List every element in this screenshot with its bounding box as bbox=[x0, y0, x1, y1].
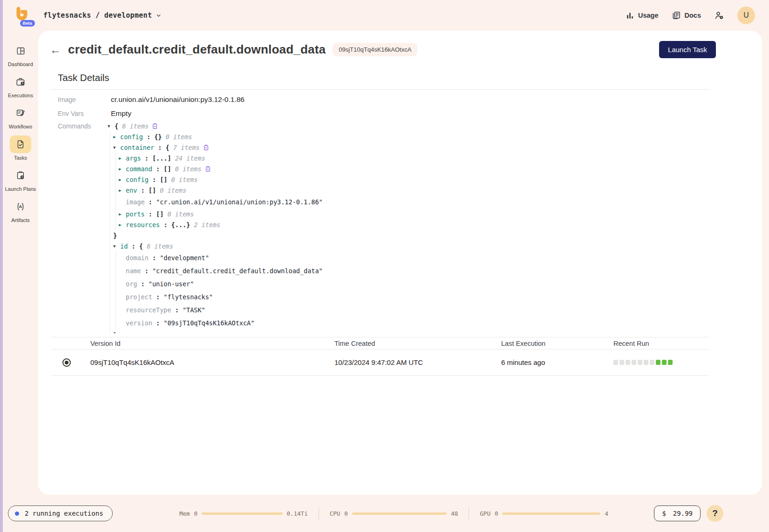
tree-indent-guide bbox=[108, 330, 113, 333]
run-status-square-empty[interactable] bbox=[632, 360, 636, 365]
mem-gauge-label: Mem bbox=[179, 510, 190, 517]
running-executions-pill[interactable]: 2 running executions bbox=[8, 505, 113, 521]
run-status-square-empty[interactable] bbox=[626, 360, 630, 365]
tree-indent-guide bbox=[113, 251, 119, 264]
tree-expand-arrow-icon[interactable]: ▶ bbox=[119, 188, 126, 193]
workflows-icon bbox=[10, 104, 31, 122]
run-status-square-empty[interactable] bbox=[619, 360, 624, 365]
version-radio-selected[interactable] bbox=[62, 358, 71, 367]
avatar[interactable]: U bbox=[737, 7, 755, 24]
tree-indent-guide bbox=[108, 241, 113, 251]
tree-key: config bbox=[120, 133, 143, 141]
resource-gauges: Mem 0 0.14Ti CPU 0 48 GPU 0 4 bbox=[179, 495, 608, 532]
tree-key: args bbox=[126, 155, 141, 162]
tree-collapse-arrow-icon[interactable]: ▼ bbox=[113, 145, 120, 150]
json-tree-line: ▶config : {} 0 items bbox=[108, 131, 709, 142]
sidebar-item-tasks[interactable]: Tasks bbox=[4, 135, 37, 161]
tree-item-count: 0 items bbox=[167, 176, 197, 183]
tree-item-count: 6 items bbox=[118, 122, 149, 130]
json-tree-line: ▶config : [] 0 items bbox=[108, 174, 709, 185]
copy-icon[interactable] bbox=[203, 144, 209, 151]
tree-expand-arrow-icon[interactable]: ▶ bbox=[113, 135, 120, 139]
mem-gauge-current: 0 bbox=[194, 510, 198, 517]
docs-link[interactable]: Docs bbox=[672, 11, 701, 20]
tree-expand-arrow-icon[interactable]: ▶ bbox=[119, 222, 126, 227]
tree-indent-guide bbox=[113, 277, 119, 290]
tree-key: config bbox=[126, 176, 149, 183]
commands-label: Commands bbox=[51, 121, 111, 130]
tree-expand-arrow-icon[interactable]: ▶ bbox=[119, 212, 126, 216]
tree-expand-arrow-icon[interactable]: ▶ bbox=[119, 156, 126, 161]
user-settings-button[interactable] bbox=[714, 10, 724, 20]
cell-time-created: 10/23/2024 9:47:02 AM UTC bbox=[334, 358, 501, 366]
tree-value: "union-user" bbox=[149, 280, 194, 288]
docs-icon bbox=[672, 11, 681, 20]
cpu-gauge-current: 0 bbox=[344, 510, 348, 517]
cell-last-execution: 6 minutes ago bbox=[501, 358, 613, 366]
json-tree-line: } bbox=[108, 230, 709, 241]
run-status-square-success[interactable] bbox=[656, 360, 660, 365]
env-vars-value: Empty bbox=[111, 109, 131, 118]
run-status-square-empty[interactable] bbox=[638, 360, 642, 365]
tree-key: image bbox=[126, 198, 145, 206]
sidebar-item-label: Launch Plans bbox=[5, 186, 36, 192]
tree-collapse-arrow-icon[interactable]: ▼ bbox=[113, 244, 120, 249]
run-status-square-empty[interactable] bbox=[644, 360, 648, 365]
tree-key: id bbox=[120, 242, 128, 250]
tree-indent-guide bbox=[113, 153, 119, 163]
json-tree-line: resourceType : "TASK" bbox=[108, 303, 709, 317]
commands-row: Commands ▼{ 6 items▶config : {} 0 items▼… bbox=[51, 121, 709, 333]
tree-indent-guide bbox=[108, 290, 113, 303]
image-label: Image bbox=[51, 96, 111, 103]
usage-link[interactable]: Usage bbox=[626, 11, 659, 20]
gpu-gauge-bar bbox=[502, 512, 600, 515]
json-tree-line: version : "09sjT10qTq4sK16kAOtxcA" bbox=[108, 317, 709, 330]
tree-bracket: { bbox=[139, 242, 143, 250]
tree-indent-guide bbox=[108, 142, 113, 153]
launch-plans-icon bbox=[10, 167, 31, 184]
tree-bracket: [] bbox=[160, 176, 167, 183]
launch-task-button[interactable]: Launch Task bbox=[659, 41, 716, 58]
run-status-square-empty[interactable] bbox=[613, 360, 618, 365]
copy-icon[interactable] bbox=[152, 123, 158, 129]
copy-icon[interactable] bbox=[205, 166, 211, 172]
gpu-gauge: GPU 0 4 bbox=[480, 510, 608, 517]
run-status-square-empty[interactable] bbox=[650, 360, 654, 365]
tasks-icon bbox=[10, 135, 31, 153]
top-bar: Beta flytesnacks / development Usage Doc… bbox=[3, 0, 769, 31]
version-badge: 09sjT10qTq4sK16kAOtxcA bbox=[333, 43, 417, 56]
tree-key: domain bbox=[126, 254, 149, 262]
tree-expand-arrow-icon[interactable]: ▶ bbox=[119, 167, 126, 171]
sidebar-item-launch-plans[interactable]: Launch Plans bbox=[4, 167, 37, 192]
json-tree-line: name : "credit_default.credit_default.do… bbox=[108, 264, 709, 277]
image-row: Image cr.union.ai/v1/unionai/union:py3.1… bbox=[51, 93, 709, 107]
run-status-square-success[interactable] bbox=[668, 360, 673, 365]
json-tree-line: ▶ports : [] 0 items bbox=[108, 209, 709, 219]
run-status-square-success[interactable] bbox=[662, 360, 667, 365]
project-domain-selector[interactable]: flytesnacks / development bbox=[43, 11, 162, 20]
cost-button[interactable]: $ 29.99 bbox=[654, 505, 701, 521]
avatar-initial: U bbox=[743, 11, 749, 20]
help-button[interactable]: ? bbox=[707, 505, 723, 522]
tree-item-count: 24 items bbox=[171, 155, 205, 162]
sidebar-item-dashboard[interactable]: Dashboard bbox=[4, 42, 37, 67]
recent-run-cells bbox=[613, 360, 709, 365]
tree-item-count: 2 items bbox=[190, 221, 220, 229]
tree-bracket: [...] bbox=[152, 155, 171, 162]
json-tree-line: org : "union-user" bbox=[108, 277, 709, 290]
help-icon: ? bbox=[712, 508, 718, 519]
back-button[interactable]: ← bbox=[50, 44, 61, 55]
union-logo[interactable]: Beta bbox=[13, 6, 31, 25]
table-row[interactable]: 09sjT10qTq4sK16kAOtxcA 10/23/2024 9:47:0… bbox=[51, 350, 709, 376]
sidebar-item-workflows[interactable]: Workflows bbox=[4, 104, 37, 129]
tree-expand-arrow-icon[interactable]: ▶ bbox=[119, 177, 126, 182]
breadcrumb-label: flytesnacks / development bbox=[43, 11, 152, 20]
cpu-gauge-max: 48 bbox=[451, 510, 458, 517]
sidebar-item-artifacts[interactable]: Artifacts bbox=[4, 198, 37, 223]
env-vars-label: Env Vars bbox=[51, 110, 111, 117]
sidebar-item-label: Executions bbox=[8, 93, 33, 98]
json-tree-line: image : "cr.union.ai/v1/unionai/union:py… bbox=[108, 195, 709, 209]
tree-collapse-arrow-icon[interactable]: ▼ bbox=[108, 124, 115, 128]
sidebar-item-executions[interactable]: Executions bbox=[4, 73, 37, 98]
tree-indent-guide bbox=[113, 290, 119, 303]
